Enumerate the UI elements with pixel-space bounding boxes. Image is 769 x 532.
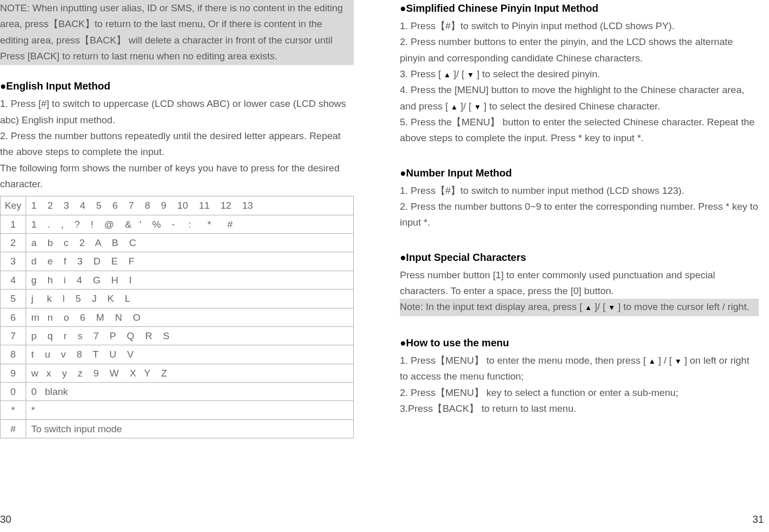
heading-special-chars: ●Input Special Characters xyxy=(400,249,759,266)
row-values: j k l 5 J K L xyxy=(26,290,354,308)
heading-how-to-menu: ●How to use the menu xyxy=(400,335,759,351)
menu-step-1: 1. Press【MENU】 to enter the menu mode, t… xyxy=(400,352,759,385)
header-key: Key xyxy=(1,196,26,215)
table-row: 00 blank xyxy=(1,382,354,401)
row-key: 0 xyxy=(1,382,26,401)
row-values: 1 . , ? ! @ & ' % - : * # xyxy=(26,215,354,233)
up-arrow-icon xyxy=(585,301,592,312)
row-values: t u v 8 T U V xyxy=(26,345,354,364)
row-key: 4 xyxy=(1,271,26,289)
special-chars-body: Press number button [1] to enter commonl… xyxy=(400,267,759,299)
table-row: 9w x y z 9 W X Y Z xyxy=(1,364,354,382)
row-values: d e f 3 D E F xyxy=(26,252,354,271)
menu-body: 1. Press【MENU】 to enter the menu mode, t… xyxy=(400,352,759,416)
row-values: g h i 4 G H I xyxy=(26,271,354,289)
down-arrow-icon xyxy=(608,301,615,312)
table-row: 11 . , ? ! @ & ' % - : * # xyxy=(1,215,354,233)
page-left: NOTE: When inputting user alias, ID or S… xyxy=(0,0,385,532)
table-row: #To switch input mode xyxy=(1,419,354,438)
english-step-1: 1. Press [#] to switch to uppercase (LCD… xyxy=(0,96,354,128)
up-arrow-icon xyxy=(444,69,451,79)
english-step-3: The following form shows the number of k… xyxy=(0,160,354,192)
number-step-1: 1. Press【#】to switch to number input met… xyxy=(400,183,759,198)
pinyin-step-2: 2. Press number buttons to enter the pin… xyxy=(400,34,759,66)
table-row: 6m n o 6 M N O xyxy=(1,308,354,326)
english-step-2: 2. Press the number buttons repeatedly u… xyxy=(0,128,354,160)
row-values: m n o 6 M N O xyxy=(26,308,354,326)
row-key: 2 xyxy=(1,234,26,252)
english-input-body: 1. Press [#] to switch to uppercase (LCD… xyxy=(0,96,354,192)
down-arrow-icon xyxy=(474,101,481,112)
number-input-body: 1. Press【#】to switch to number input met… xyxy=(400,183,759,231)
row-key: * xyxy=(1,401,26,419)
row-key: 9 xyxy=(1,364,26,382)
row-values: p q r s 7 P Q R S xyxy=(26,326,354,345)
number-step-2: 2. Press the number buttons 0~9 to enter… xyxy=(400,198,759,231)
row-key: # xyxy=(1,419,26,438)
table-row: 4g h i 4 G H I xyxy=(1,271,354,289)
cursor-note-box: Note: In the input text display area, pr… xyxy=(400,299,759,316)
row-key: 8 xyxy=(1,345,26,364)
pinyin-step-5: 5. Press the【MENU】 button to enter the s… xyxy=(400,114,759,146)
down-arrow-icon xyxy=(467,69,474,79)
header-numbers: 1 2 3 4 5 6 7 8 9 10 11 12 13 xyxy=(26,196,354,215)
row-values: To switch input mode xyxy=(26,419,354,438)
pinyin-step-3: 3. Press [ ]/ [ ] to select the desired … xyxy=(400,66,759,82)
heading-english-input: ●English Input Method xyxy=(0,78,354,95)
note-box: NOTE: When inputting user alias, ID or S… xyxy=(0,0,354,65)
table-row: 3d e f 3 D E F xyxy=(1,252,354,271)
up-arrow-icon xyxy=(649,355,656,366)
row-values: * xyxy=(26,401,354,419)
row-key: 1 xyxy=(1,215,26,233)
row-key: 5 xyxy=(1,290,26,308)
page-right: ●Simplified Chinese Pinyin Input Method … xyxy=(385,0,769,532)
up-arrow-icon xyxy=(451,101,458,112)
menu-step-2: 2. Press【MENU】 key to select a function … xyxy=(400,385,759,401)
pinyin-body: 1. Press【#】to switch to Pinyin input met… xyxy=(400,18,759,146)
row-values: w x y z 9 W X Y Z xyxy=(26,364,354,382)
table-header-row: Key 1 2 3 4 5 6 7 8 9 10 11 12 13 xyxy=(1,196,354,215)
table-row: ** xyxy=(1,401,354,419)
row-key: 7 xyxy=(1,326,26,345)
down-arrow-icon xyxy=(675,355,682,366)
note-text: NOTE: When inputting user alias, ID or S… xyxy=(0,3,343,61)
pinyin-step-1: 1. Press【#】to switch to Pinyin input met… xyxy=(400,18,759,34)
special-chars-text: Press number button [1] to enter commonl… xyxy=(400,267,759,299)
page-number-right: 31 xyxy=(753,511,764,528)
menu-step-3: 3.Press【BACK】 to return to last menu. xyxy=(400,401,759,416)
row-key: 6 xyxy=(1,308,26,326)
table-row: 7p q r s 7 P Q R S xyxy=(1,326,354,345)
heading-number-input: ●Number Input Method xyxy=(400,165,759,182)
table-row: 8t u v 8 T U V xyxy=(1,345,354,364)
row-key: 3 xyxy=(1,252,26,271)
heading-pinyin-input: ●Simplified Chinese Pinyin Input Method xyxy=(400,0,759,17)
table-row: 2a b c 2 A B C xyxy=(1,234,354,252)
pinyin-step-4: 4. Press the [MENU] button to move the h… xyxy=(400,82,759,114)
row-values: 0 blank xyxy=(26,382,354,401)
table-row: 5j k l 5 J K L xyxy=(1,290,354,308)
page-number-left: 30 xyxy=(0,511,11,528)
row-values: a b c 2 A B C xyxy=(26,234,354,252)
key-map-table: Key 1 2 3 4 5 6 7 8 9 10 11 12 13 11 . ,… xyxy=(0,196,354,438)
